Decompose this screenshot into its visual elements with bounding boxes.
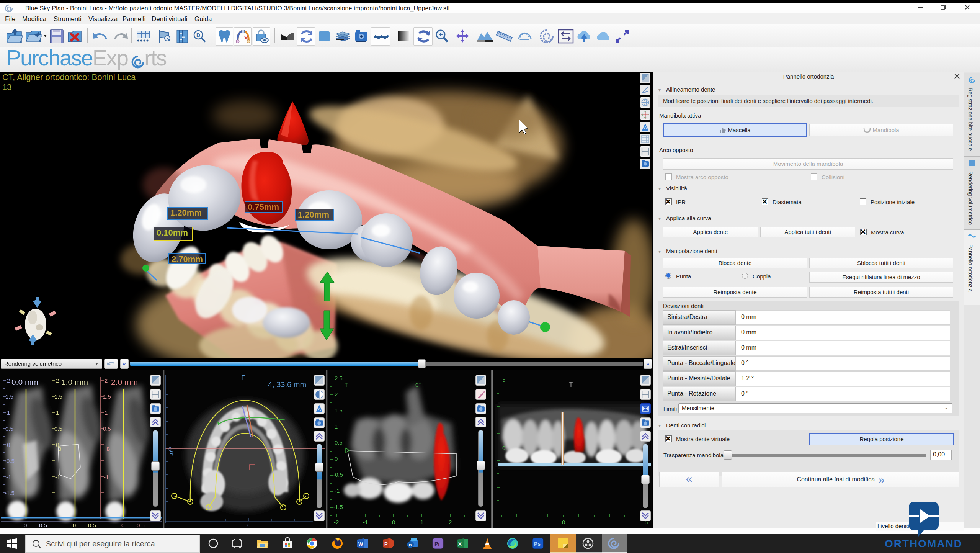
svg-text:0.5: 0.5 <box>5 425 13 432</box>
svg-text:0: 0 <box>168 446 172 452</box>
svg-text:W: W <box>358 541 363 547</box>
svg-text:-1: -1 <box>335 488 340 494</box>
svg-text:2: 2 <box>7 377 10 384</box>
svg-text:1: 1 <box>7 409 10 416</box>
svg-text:0.5: 0.5 <box>103 425 111 432</box>
svg-text:0: 0 <box>7 442 10 448</box>
svg-text:B: B <box>107 446 110 452</box>
svg-text:2: 2 <box>56 377 59 384</box>
svg-text:1.0 mm: 1.0 mm <box>61 378 88 386</box>
svg-text:0.5: 0.5 <box>137 522 145 528</box>
svg-text:4, 33.6 mm: 4, 33.6 mm <box>268 380 306 389</box>
svg-text:D: D <box>196 32 200 38</box>
svg-text:-1: -1 <box>6 474 11 480</box>
svg-text:-0.5: -0.5 <box>333 471 343 478</box>
svg-text:o: o <box>409 542 412 548</box>
svg-text:0: 0 <box>24 522 27 528</box>
svg-text:0°: 0° <box>415 381 421 388</box>
svg-text:0.5: 0.5 <box>54 425 62 432</box>
svg-text:2.0 mm: 2.0 mm <box>111 378 138 386</box>
svg-text:1.5: 1.5 <box>103 393 111 400</box>
svg-text:0: 0 <box>73 522 76 528</box>
svg-text:0.5: 0.5 <box>39 522 47 528</box>
svg-text:2.5: 2.5 <box>335 375 343 381</box>
svg-text:0: 0 <box>335 455 338 462</box>
svg-text:1.5: 1.5 <box>335 407 343 414</box>
svg-text:0: 0 <box>247 522 250 528</box>
svg-text:-1: -1 <box>363 519 368 525</box>
svg-text:A: A <box>318 407 321 412</box>
svg-text:1: 1 <box>420 519 423 525</box>
svg-text:2: 2 <box>449 519 452 525</box>
svg-text:2: 2 <box>335 391 338 398</box>
svg-text:5: 5 <box>502 376 505 383</box>
svg-text:0.5: 0.5 <box>335 439 343 446</box>
svg-text:T: T <box>345 381 348 388</box>
svg-text:Pr: Pr <box>434 541 440 547</box>
svg-text:-2: -2 <box>334 519 339 525</box>
svg-text:-1: -1 <box>55 474 60 480</box>
svg-text:1.5: 1.5 <box>5 393 13 400</box>
svg-text:0: 0 <box>502 445 505 451</box>
svg-text:-1: -1 <box>104 474 109 480</box>
svg-text:B: B <box>58 446 62 452</box>
svg-text:T: T <box>569 381 573 388</box>
svg-text:F: F <box>241 374 246 382</box>
svg-text:X: X <box>458 541 462 547</box>
svg-text:A: A <box>644 125 647 131</box>
svg-text:0: 0 <box>121 522 124 528</box>
svg-text:1: 1 <box>105 409 108 416</box>
svg-text:1.5: 1.5 <box>54 393 62 400</box>
svg-text:0.0 mm: 0.0 mm <box>11 378 38 386</box>
svg-text:1: 1 <box>335 423 338 430</box>
svg-text:Ps: Ps <box>534 541 541 547</box>
svg-text:P: P <box>384 541 388 547</box>
svg-text:0.5: 0.5 <box>88 522 96 528</box>
svg-text:1: 1 <box>56 409 59 416</box>
svg-text:-1.5: -1.5 <box>333 504 343 510</box>
svg-text:-0.5: -0.5 <box>5 458 15 464</box>
svg-text:0: 0 <box>392 519 395 525</box>
svg-text:-1.5: -1.5 <box>5 490 15 496</box>
svg-text:2: 2 <box>105 377 108 384</box>
svg-text:0: 0 <box>562 519 565 525</box>
